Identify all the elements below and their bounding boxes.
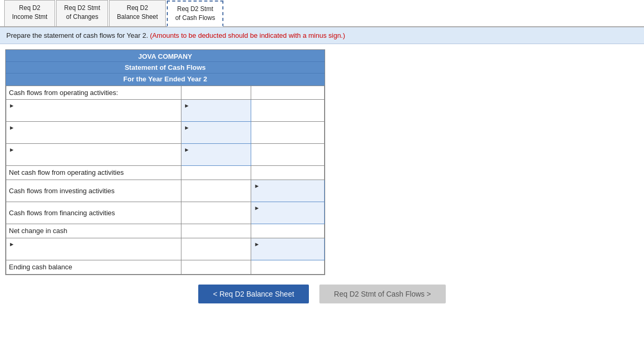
input1-col1[interactable]: ► — [181, 99, 251, 121]
statement-table: Cash flows from operating activities: ► … — [6, 86, 325, 275]
tab-stmt-changes[interactable]: Req D2 Stmt of Changes — [56, 0, 108, 26]
tabs-bar: Req D2 Income Stmt Req D2 Stmt of Change… — [0, 0, 644, 27]
operating-header-label: Cash flows from operating activities: — [6, 86, 181, 99]
statement-period-row: For the Year Ended Year 2 — [6, 73, 325, 86]
button-row: < Req D2 Balance Sheet Req D2 Stmt of Ca… — [5, 285, 639, 303]
table-row: ► ► — [6, 121, 325, 143]
arrow-icon-4: ► — [9, 241, 15, 247]
main-content: JOVA COMPANY Statement of Cash Flows For… — [0, 49, 644, 314]
input2-label-cell[interactable]: ► — [6, 121, 181, 143]
input4-col1[interactable] — [181, 238, 251, 260]
investing-col2[interactable]: ► — [251, 180, 325, 202]
investing-col2-input[interactable] — [254, 190, 321, 200]
input4-label-input[interactable] — [9, 248, 178, 258]
ending-num-input[interactable] — [184, 262, 249, 272]
instruction-red: (Amounts to be deducted should be indica… — [150, 31, 345, 39]
arrow-icon-col1-2: ► — [184, 124, 190, 131]
input1-num-input[interactable] — [184, 109, 249, 120]
input3-col1[interactable]: ► — [181, 143, 251, 165]
arrow-icon-1: ► — [9, 102, 15, 109]
ending-col2 — [251, 260, 325, 274]
next-button[interactable]: Req D2 Stmt of Cash Flows > — [319, 285, 446, 303]
statement-container: JOVA COMPANY Statement of Cash Flows For… — [5, 49, 325, 275]
arrow-icon-financing: ► — [254, 205, 260, 211]
tab-cash-flows[interactable]: Req D2 Stmt of Cash Flows — [167, 1, 223, 27]
input4-num-input[interactable] — [184, 244, 249, 254]
investing-col1[interactable] — [181, 180, 251, 202]
financing-col2-input[interactable] — [254, 212, 321, 222]
input2-col1[interactable]: ► — [181, 121, 251, 143]
operating-header-col2 — [251, 86, 325, 99]
net-operating-label: Net cash flow from operating activities — [6, 165, 181, 180]
table-row: ► ► — [6, 99, 325, 121]
net-operating-col1[interactable] — [181, 165, 251, 180]
net-change-label: Net change in cash — [6, 224, 181, 238]
input2-label-input[interactable] — [9, 131, 178, 142]
investing-label: Cash flows from investing activities — [6, 180, 181, 202]
input2-col2 — [251, 121, 325, 143]
input4-col2-input[interactable] — [254, 248, 321, 258]
net-change-col2 — [251, 224, 325, 238]
tab-income-stmt[interactable]: Req D2 Income Stmt — [4, 0, 55, 26]
input3-col2 — [251, 143, 325, 165]
input1-label-cell[interactable]: ► — [6, 99, 181, 121]
input4-col2[interactable]: ► — [251, 238, 325, 260]
ending-col1[interactable] — [181, 260, 251, 274]
financing-col2[interactable]: ► — [251, 202, 325, 224]
financing-label: Cash flows from financing activities — [6, 202, 181, 224]
input1-col2 — [251, 99, 325, 121]
net-change-num-input[interactable] — [184, 226, 249, 236]
financing-num-input[interactable] — [184, 207, 249, 218]
table-row: Net cash flow from operating activities — [6, 165, 325, 180]
input3-label-input[interactable] — [9, 153, 178, 164]
table-row: Cash flows from investing activities ► — [6, 180, 325, 202]
table-row: Cash flows from financing activities ► — [6, 202, 325, 224]
arrow-icon-col1-3: ► — [184, 146, 190, 153]
net-operating-col2 — [251, 165, 325, 180]
arrow-icon-col2-4: ► — [254, 241, 260, 247]
net-change-col1[interactable] — [181, 224, 251, 238]
instruction-static: Prepare the statement of cash flows for … — [6, 31, 148, 39]
table-row: ► ► — [6, 238, 325, 260]
input1-label-input[interactable] — [9, 109, 178, 120]
table-row: Net change in cash — [6, 224, 325, 238]
investing-num-input[interactable] — [184, 185, 249, 196]
table-row: ► ► — [6, 143, 325, 165]
arrow-icon-investing: ► — [254, 183, 260, 189]
financing-col1[interactable] — [181, 202, 251, 224]
arrow-icon-2: ► — [9, 124, 15, 131]
arrow-icon-3: ► — [9, 146, 15, 153]
table-row: Cash flows from operating activities: — [6, 86, 325, 99]
prev-button[interactable]: < Req D2 Balance Sheet — [198, 285, 309, 303]
input4-label-cell[interactable]: ► — [6, 238, 181, 260]
input3-label-cell[interactable]: ► — [6, 143, 181, 165]
company-name-row: JOVA COMPANY — [6, 50, 325, 62]
tab-balance-sheet[interactable]: Req D2 Balance Sheet — [109, 0, 166, 26]
arrow-icon-col1-1: ► — [184, 102, 190, 109]
operating-header-col1 — [181, 86, 251, 99]
statement-title-row: Statement of Cash Flows — [6, 62, 325, 73]
input3-num-input[interactable] — [184, 153, 249, 164]
instruction-bar: Prepare the statement of cash flows for … — [0, 27, 644, 44]
input2-num-input[interactable] — [184, 131, 249, 142]
ending-label: Ending cash balance — [6, 260, 181, 274]
net-operating-num-input[interactable] — [184, 167, 249, 178]
table-row: Ending cash balance — [6, 260, 325, 274]
